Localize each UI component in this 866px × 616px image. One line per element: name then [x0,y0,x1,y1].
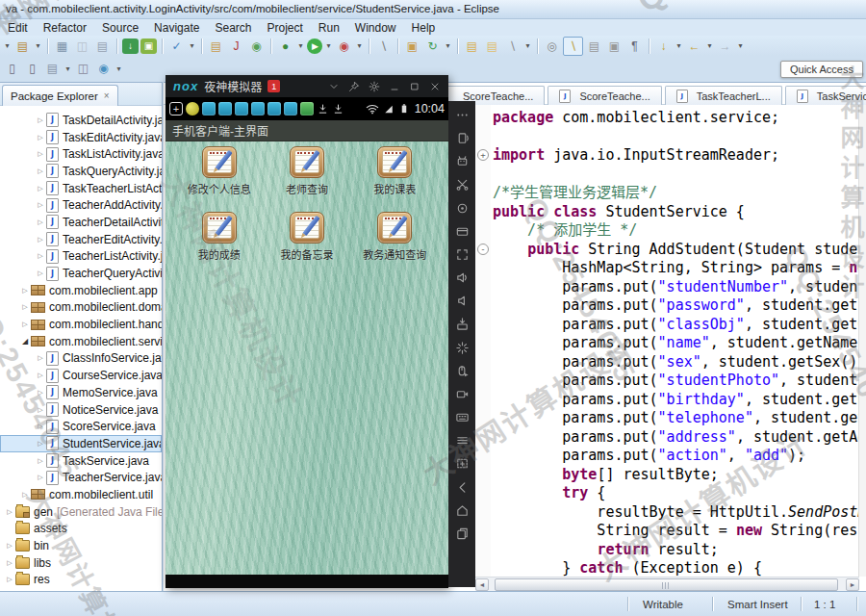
collapse-button[interactable] [328,81,340,92]
logcat-dropdown-button[interactable]: ▾ [64,60,72,77]
open-task-button[interactable]: ▤ [463,38,481,55]
expand-arrow-icon[interactable]: ▷ [35,252,46,260]
forward-button[interactable]: → [716,38,734,55]
coverage-button[interactable]: ∖ [374,38,393,55]
tree-item[interactable]: ▷JTaskDetailActivity.java [0,112,162,129]
install-apk-button[interactable] [455,317,470,331]
emulator-console-button[interactable]: ◫ [74,60,92,77]
misc-dropdown-button[interactable]: ▾ [115,60,123,77]
expand-arrow-icon[interactable]: ▷ [4,508,15,516]
fold-expand-icon[interactable]: + [477,149,489,161]
android-robot-button[interactable] [455,154,470,168]
run-external-button[interactable]: ◉ [335,38,353,55]
close-button[interactable] [429,81,441,92]
screenshot-cut-button[interactable] [455,177,470,192]
menu-run[interactable]: Run [311,21,347,35]
app-shortcut[interactable]: 修改个人信息 [188,146,251,212]
mark-occurrences-button[interactable]: ◎ [543,38,561,55]
new-java-project-button[interactable]: ◉ [247,38,266,55]
tree-item[interactable]: ▷JNoticeService.java [0,401,162,419]
open-resource-button[interactable]: ▤ [483,38,501,55]
tree-item[interactable]: ▷JTeacherQueryActivity.java [0,265,162,282]
more-options-button[interactable] [455,108,470,122]
show-whitespace-button[interactable]: ¶ [625,38,644,55]
pin-button[interactable] [348,81,360,92]
app-shortcut[interactable]: 我的课表 [373,146,416,212]
scroll-left-button[interactable]: ◄ [475,578,489,591]
expand-arrow-icon[interactable]: ▷ [35,185,46,192]
task-check-button[interactable]: ✓ [167,38,186,55]
expand-arrow-icon[interactable]: ▷ [35,201,46,209]
tree-item[interactable]: ▷JScoreService.java [0,418,162,435]
back-dropdown-button[interactable]: ▾ [705,38,714,55]
next-annotation-button[interactable]: ▣ [605,38,624,55]
expand-arrow-icon[interactable]: ▷ [35,236,46,244]
menu-help[interactable]: Help [404,21,444,35]
android-package-button[interactable]: ↓ [122,38,139,54]
annotate-dropdown-button[interactable]: ▾ [523,38,532,55]
debug-button[interactable]: ● [276,38,294,55]
package-explorer-view-tab[interactable]: Package Explorer × [2,85,118,106]
tree-item[interactable]: ▷com.mobileclient.util [0,486,162,503]
tree-item[interactable]: ▷libs [0,554,162,572]
expand-arrow-icon[interactable]: ▷ [35,372,46,379]
prev-annotation-button[interactable]: ▤ [585,38,603,55]
new-wizard-button[interactable]: ▤ [13,38,32,55]
tree-item[interactable]: ▷JTeacherAddActivity.java [0,196,162,214]
expand-arrow-icon[interactable]: ▷ [35,150,46,158]
run-dropdown-button[interactable]: ▾ [324,38,333,55]
settings-button[interactable] [369,81,380,92]
tree-item[interactable]: ▷JTaskTeacherListActivity.java [0,180,162,197]
back-button[interactable]: ← [685,38,703,55]
expand-arrow-icon[interactable]: ▷ [19,287,31,295]
expand-arrow-icon[interactable]: ▷ [35,116,46,124]
logcat-button[interactable]: ▤ [43,60,62,77]
app-shortcut[interactable]: 教务通知查询 [363,212,426,277]
menu-window[interactable]: Window [347,21,404,35]
nav-recent-button[interactable] [455,526,470,541]
refresh-button[interactable]: ↻ [423,38,442,55]
overview-ruler[interactable] [858,105,866,577]
menu-project[interactable]: Project [259,21,310,35]
code-lines[interactable]: package com.mobileclient.service;import … [491,105,859,577]
app-shortcut[interactable]: 我的成绩 [198,212,241,277]
tree-item[interactable]: ▷JTaskQueryActivity.java [0,163,162,180]
editor-tab[interactable]: JTaskTeacherL... [665,86,782,105]
layout-editor-button[interactable]: ◉ [94,60,113,77]
tree-item[interactable]: ▷bin [0,537,162,554]
run-external-dropdown-button[interactable]: ▾ [355,38,364,55]
expand-arrow-icon[interactable]: ▷ [35,389,46,397]
new-dropdown-button[interactable]: ▾ [3,38,12,55]
volume-up-button[interactable] [455,270,470,285]
tree-item[interactable]: ▷JMemoService.java [0,384,162,401]
expand-arrow-icon[interactable]: ▷ [4,542,15,550]
expand-arrow-icon[interactable]: ▷ [19,491,31,499]
menu-navigate[interactable]: Navigate [146,21,207,35]
expand-arrow-icon[interactable]: ▷ [35,218,46,226]
tree-item[interactable]: ▷JTeacherListActivity.java [0,248,162,266]
debug-dropdown-button[interactable]: ▾ [296,38,305,55]
tree-item[interactable]: ▷JStudentService.java [0,435,162,452]
code-editor[interactable]: +- package com.mobileclient.service;impo… [475,105,859,577]
expand-arrow-icon[interactable]: ▷ [19,303,31,311]
tree-item[interactable]: assets [0,521,162,538]
fold-collapse-icon[interactable]: - [477,244,489,255]
keyboard-button[interactable] [455,410,470,424]
minimize-button[interactable] [389,81,400,92]
new-wizard-dropdown-button[interactable]: ▾ [34,38,42,55]
editor-tab[interactable]: JScoreTeache... [548,86,661,105]
scrollbar-thumb[interactable] [495,578,838,591]
app-shortcut[interactable]: 老师查询 [286,146,328,212]
tree-item[interactable]: ▷JTeacherDetailActivity.java [0,214,162,231]
rotate-screen-button[interactable] [455,131,470,145]
tree-item[interactable]: ◢com.mobileclient.service [0,333,162,350]
refresh-dropdown-button[interactable]: ▾ [444,38,452,55]
nav-back-button[interactable] [455,480,470,495]
run-button[interactable]: ▶ [307,38,322,54]
collapse-arrow-icon[interactable]: ◢ [19,337,31,346]
video-record-button[interactable] [455,387,470,401]
expand-arrow-icon[interactable]: ▷ [35,440,46,448]
tree-item[interactable]: ▷JTaskService.java [0,452,162,470]
expand-arrow-icon[interactable]: ▷ [35,457,46,465]
virtual-location-button[interactable] [455,201,470,216]
